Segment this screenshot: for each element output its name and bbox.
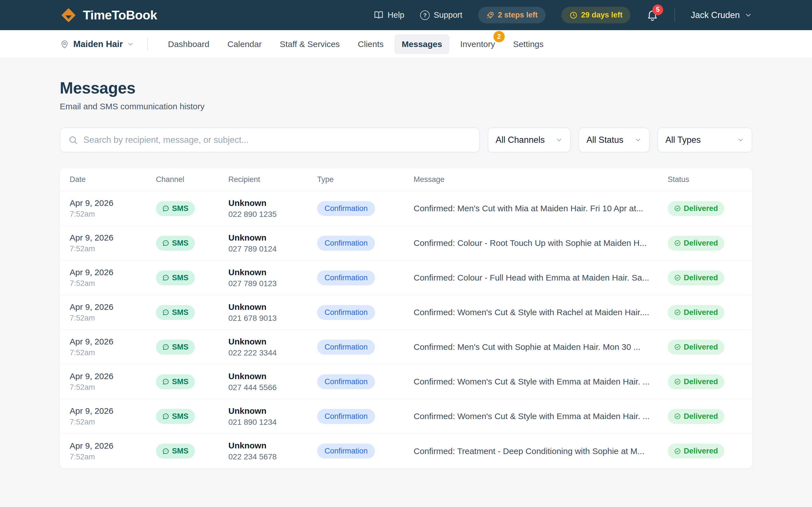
location-name: Maiden Hair [73,39,123,49]
cell-type: Confirmation [317,236,414,251]
search-box [60,128,480,152]
cell-status: Delivered [668,270,742,285]
recipient-phone: 022 890 1235 [229,210,317,219]
nav-item-dashboard[interactable]: Dashboard [161,34,217,54]
page-title: Messages [60,78,752,97]
type-badge: Confirmation [317,374,375,389]
table-row[interactable]: Apr 9, 2026 7:52am SMS Unknown 027 789 0… [60,261,752,295]
cell-type: Confirmation [317,374,414,389]
column-header-message: Message [414,175,668,184]
rocket-icon [486,11,495,19]
table-row[interactable]: Apr 9, 2026 7:52am SMS Unknown 021 890 1… [60,399,752,434]
nav-item-inventory-label: Inventory [460,40,495,49]
date-text: Apr 9, 2026 [70,198,156,208]
cell-status: Delivered [668,340,742,355]
type-badge: Confirmation [317,444,375,459]
chat-bubble-icon [162,309,169,316]
cell-recipient: Unknown 022 234 5678 [229,441,317,461]
recipient-name: Unknown [229,233,317,242]
date-text: Apr 9, 2026 [70,302,156,312]
column-header-recipient: Recipient [229,175,317,184]
nav-item-messages[interactable]: Messages [395,34,449,54]
trial-days-pill[interactable]: 29 days left [561,7,630,23]
check-circle-icon [674,413,681,420]
status-label: Delivered [684,239,718,247]
brand-name: TimeToBook [83,8,157,22]
date-text: Apr 9, 2026 [70,337,156,346]
brand-logo[interactable]: TimeToBook [60,6,157,24]
sms-badge: SMS [156,374,195,389]
sms-badge: SMS [156,409,195,424]
check-circle-icon [674,309,681,316]
nav-item-clients[interactable]: Clients [350,34,391,54]
date-text: Apr 9, 2026 [70,441,156,451]
sms-badge: SMS [156,270,195,285]
cell-status: Delivered [668,409,742,424]
support-label: Support [434,10,462,20]
status-filter-dropdown[interactable]: All Status [578,128,650,152]
notification-count-badge: 5 [652,4,663,15]
notifications-button[interactable]: 5 [646,9,659,21]
date-text: Apr 9, 2026 [70,406,156,416]
table-row[interactable]: Apr 9, 2026 7:52am SMS Unknown 022 890 1… [60,191,752,226]
message-text: Confirmed: Colour - Root Touch Up with S… [414,238,668,248]
recipient-phone: 021 890 1234 [229,418,317,427]
sms-badge: SMS [156,236,195,251]
time-text: 7:52am [70,314,156,323]
column-header-type: Type [317,175,414,184]
recipient-phone: 022 234 5678 [229,452,317,461]
nav-item-settings[interactable]: Settings [506,34,551,54]
setup-steps-pill[interactable]: 2 steps left [478,7,546,23]
check-circle-icon [674,343,681,351]
question-circle-icon: ? [420,10,430,20]
messages-table: Date Channel Recipient Type Message Stat… [60,168,752,468]
help-button[interactable]: Help [373,10,405,20]
recipient-name: Unknown [229,406,317,416]
channel-filter-dropdown[interactable]: All Channels [488,128,571,152]
chevron-down-icon [635,136,642,144]
column-header-status: Status [668,175,742,184]
time-text: 7:52am [70,348,156,357]
recipient-phone: 027 444 5566 [229,383,317,392]
location-pin-icon [60,40,69,49]
recipient-name: Unknown [229,372,317,381]
channel-label: SMS [172,239,189,247]
location-selector[interactable]: Maiden Hair [60,39,134,49]
cell-channel: SMS [156,305,229,320]
channel-filter-value: All Channels [496,135,545,145]
type-filter-dropdown[interactable]: All Types [658,128,752,152]
table-row[interactable]: Apr 9, 2026 7:52am SMS Unknown 027 789 0… [60,226,752,261]
nav-item-inventory[interactable]: Inventory 2 [453,34,502,54]
nav-item-calendar[interactable]: Calendar [220,34,269,54]
check-circle-icon [674,205,681,212]
status-badge: Delivered [668,340,724,355]
cell-channel: SMS [156,444,229,459]
cell-recipient: Unknown 021 678 9013 [229,302,317,323]
cell-status: Delivered [668,305,742,320]
cell-date: Apr 9, 2026 7:52am [70,233,156,253]
cell-channel: SMS [156,374,229,389]
header-divider [674,9,675,22]
status-label: Delivered [684,447,718,455]
table-row[interactable]: Apr 9, 2026 7:52am SMS Unknown 027 444 5… [60,364,752,399]
table-row[interactable]: Apr 9, 2026 7:52am SMS Unknown 022 222 3… [60,330,752,364]
nav-item-staff-services[interactable]: Staff & Services [272,34,347,54]
chat-bubble-icon [162,343,169,351]
check-circle-icon [674,448,681,455]
setup-steps-label: 2 steps left [498,11,538,19]
chevron-down-icon [737,136,744,144]
type-badge: Confirmation [317,305,375,320]
user-menu[interactable]: Jack Cruden [691,10,752,20]
channel-label: SMS [172,308,189,317]
search-input[interactable] [84,135,471,145]
chat-bubble-icon [162,205,169,212]
table-row[interactable]: Apr 9, 2026 7:52am SMS Unknown 022 234 5… [60,434,752,468]
recipient-name: Unknown [229,268,317,277]
table-row[interactable]: Apr 9, 2026 7:52am SMS Unknown 021 678 9… [60,295,752,330]
trial-days-label: 29 days left [581,11,622,19]
cell-type: Confirmation [317,201,414,216]
cell-type: Confirmation [317,444,414,459]
time-text: 7:52am [70,210,156,219]
check-circle-icon [674,274,681,281]
support-button[interactable]: ? Support [420,10,462,20]
